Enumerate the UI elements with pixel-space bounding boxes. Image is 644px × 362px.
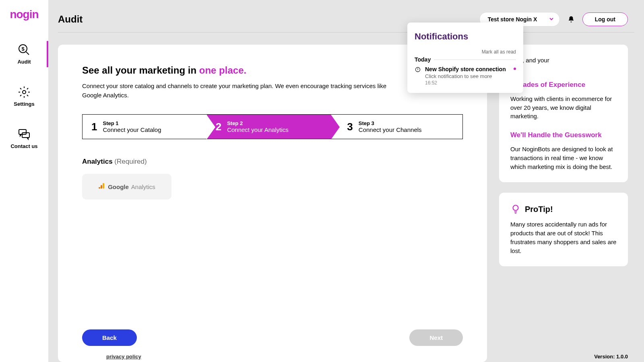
alert-icon [415, 67, 421, 74]
step-2[interactable]: 2 Step 2 Connect your Analytics [207, 115, 331, 139]
back-button[interactable]: Back [82, 329, 137, 346]
analytics-required: (Required) [114, 158, 147, 165]
notifications-popover: Notifications Mark all as read Today New… [407, 23, 523, 93]
promo-text: Our NoginBots are designed to look at tr… [510, 145, 617, 171]
google-analytics-card[interactable]: Google Analytics [82, 174, 171, 200]
heading-accent: one place. [199, 65, 246, 76]
nav-label: Settings [14, 101, 34, 107]
svg-point-2 [23, 90, 26, 94]
protip-card: ProTip! Many stores accidentally run ads… [499, 193, 628, 266]
step-1[interactable]: 1 Step 1 Connect your Catalog [83, 115, 207, 139]
chat-icon [18, 128, 31, 141]
step-number: 1 [91, 121, 97, 133]
step-label: Step 1 [103, 120, 161, 126]
privacy-link[interactable]: privacy policy [106, 354, 141, 360]
nav-settings[interactable]: Settings [0, 83, 48, 109]
marketing-heading: See all your marketing in one place. [82, 65, 463, 76]
mark-all-read[interactable]: Mark all as read [415, 49, 516, 55]
step-sub: Connect your Analytics [227, 126, 289, 133]
protip-title: ProTip! [525, 205, 553, 214]
notifications-title: Notifications [415, 31, 516, 42]
step-number: 2 [216, 121, 221, 133]
promo-text: Working with clients in ecommerce for ov… [510, 95, 617, 121]
divider [434, 60, 516, 60]
analytics-section-label: Analytics (Required) [82, 158, 463, 166]
svg-point-8 [513, 206, 518, 211]
svg-rect-6 [101, 185, 102, 189]
promo-partial-text: ytics, and your [510, 56, 617, 65]
unread-dot [514, 68, 516, 70]
notif-item-sub: Click notification to see more [425, 73, 516, 79]
svg-point-7 [99, 187, 100, 189]
step-label: Step 3 [359, 120, 422, 126]
step-sub: Connect your Catalog [103, 126, 161, 133]
notif-item-time: 16:52 [425, 80, 516, 86]
svg-rect-5 [103, 183, 104, 189]
ga-text: Analytics [131, 183, 155, 190]
notif-date-label: Today [415, 56, 431, 63]
store-name: Test store Nogin X [488, 16, 537, 23]
notification-item[interactable]: New Shopify store connection Click notif… [415, 66, 516, 86]
dollar-search-icon: $ [18, 43, 31, 56]
page-title: Audit [58, 14, 83, 25]
promo-heading: Decades of Experience [510, 81, 617, 89]
heading-pre: See all your marketing in [82, 65, 199, 76]
svg-text:$: $ [21, 46, 25, 52]
header: Audit Test store Nogin X Log out [48, 0, 644, 32]
sidebar: nogin $ Audit Settings [0, 0, 48, 362]
brand-logo: nogin [10, 8, 38, 21]
ga-logo-icon [98, 182, 105, 191]
step-label: Step 2 [227, 120, 289, 126]
gear-icon [18, 86, 31, 99]
step-3[interactable]: 3 Step 3 Connect your Channels [331, 115, 462, 139]
nav-label: Contact us [10, 143, 37, 149]
notif-item-title: New Shopify store connection [425, 66, 516, 72]
protip-text: Many stores accidentally run ads for pro… [510, 220, 617, 255]
nav-audit[interactable]: $ Audit [0, 41, 48, 67]
step-number: 3 [347, 121, 353, 133]
ga-text: Google [108, 183, 129, 190]
analytics-heading: Analytics [82, 158, 113, 165]
chevron-down-icon [549, 16, 554, 23]
step-sub: Connect your Channels [359, 126, 422, 133]
logout-button[interactable]: Log out [582, 12, 628, 26]
next-button[interactable]: Next [409, 329, 463, 346]
nav-label: Audit [17, 59, 31, 65]
footer: privacy policy Version: 1.0.0 [97, 354, 644, 362]
stepper: 1 Step 1 Connect your Catalog 2 Step 2 C… [82, 114, 463, 139]
bell-icon[interactable] [567, 15, 575, 23]
version-label: Version: 1.0.0 [594, 354, 628, 360]
marketing-desc: Connect your store catalog and channels … [82, 82, 396, 100]
promo-heading: We'll Handle the Guesswork [510, 131, 617, 139]
nav-contact[interactable]: Contact us [0, 125, 48, 152]
lightbulb-icon [510, 204, 521, 214]
